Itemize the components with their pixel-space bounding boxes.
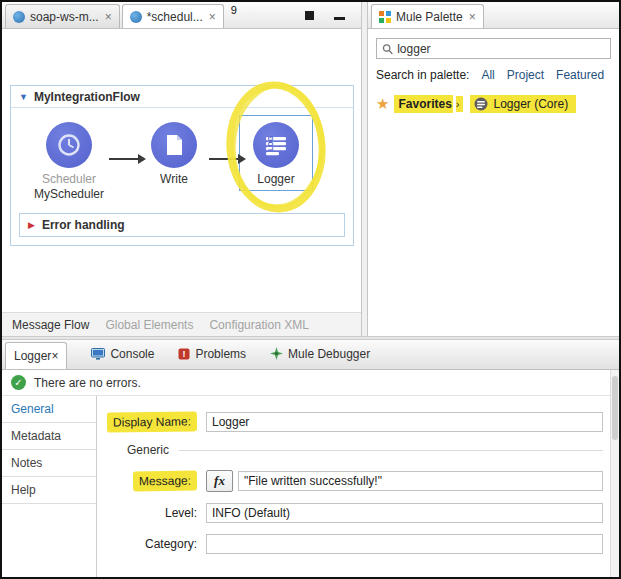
component-type-label: Logger	[257, 172, 294, 186]
editor-tab-label: soap-ws-m...	[30, 10, 99, 24]
component-write[interactable]: Write	[139, 122, 209, 186]
editor-tab-soap-ws[interactable]: soap-ws-m... ×	[5, 4, 120, 28]
favorites-label[interactable]: Favorites	[394, 95, 452, 113]
editor-tab-scheduler[interactable]: *schedul... ×	[122, 4, 224, 28]
message-row: Message: fx	[105, 470, 603, 492]
logger-properties-form: Display Name: Generic Message: fx Level:…	[97, 396, 619, 577]
debugger-icon	[270, 347, 283, 360]
top-area: soap-ws-m... × *schedul... × 9 ▼	[2, 2, 619, 336]
flow-arrow-icon	[109, 158, 139, 160]
flow-body: Scheduler MyScheduler Write	[11, 108, 353, 207]
scrollbar-thumb[interactable]	[612, 376, 618, 440]
component-logger-selected[interactable]: LOG Logger	[239, 115, 313, 191]
problems-label: Problems	[195, 347, 246, 361]
message-label: Message:	[105, 471, 197, 491]
flow-header[interactable]: ▼ MyIntegrationFlow	[11, 86, 353, 108]
chevron-right-icon[interactable]: ›	[456, 96, 464, 112]
write-icon[interactable]	[151, 122, 197, 168]
properties-tab-label: Logger	[14, 349, 51, 363]
console-icon	[91, 348, 105, 360]
level-dropdown[interactable]: INFO (Default)	[206, 503, 603, 523]
flow-arrow-icon	[209, 158, 239, 160]
tab-problems[interactable]: ! Problems	[178, 347, 246, 363]
close-icon[interactable]: ×	[469, 11, 476, 23]
minimize-icon[interactable]	[334, 17, 345, 20]
filter-project[interactable]: Project	[507, 68, 544, 82]
close-icon[interactable]: ×	[105, 11, 112, 23]
generic-section-header: Generic	[105, 443, 603, 457]
close-icon[interactable]: ×	[51, 349, 58, 363]
editor-tab-label: *schedul...	[147, 10, 203, 24]
status-row: ✓ There are no errors.	[2, 370, 619, 396]
error-handling-label: Error handling	[42, 218, 125, 232]
palette-tabbar: Mule Palette ×	[368, 2, 619, 29]
svg-text:LOG: LOG	[267, 135, 274, 151]
display-name-row: Display Name:	[105, 412, 603, 432]
display-name-label: Display Name:	[105, 412, 197, 432]
filter-featured[interactable]: Featured	[556, 68, 604, 82]
flow-canvas[interactable]: ▼ MyIntegrationFlow	[2, 29, 361, 312]
palette-tab-label: Mule Palette	[396, 10, 463, 24]
tab-global-elements[interactable]: Global Elements	[105, 318, 193, 332]
component-scheduler[interactable]: Scheduler MyScheduler	[29, 122, 109, 201]
sidebar-item-notes[interactable]: Notes	[2, 450, 96, 477]
mule-debugger-label: Mule Debugger	[288, 347, 370, 361]
problems-icon: !	[178, 348, 190, 360]
fx-expression-button[interactable]: fx	[206, 470, 233, 492]
palette-item-label: Logger (Core)	[493, 97, 568, 111]
level-value: INFO (Default)	[212, 506, 290, 520]
mule-palette-pane: Mule Palette × Search in palette: All Pr…	[367, 2, 619, 336]
properties-panel: Logger × Console ! Problems	[2, 340, 619, 577]
sidebar-item-help[interactable]: Help	[2, 477, 96, 504]
palette-item-logger-core[interactable]: Logger (Core)	[470, 95, 576, 113]
vertical-scrollbar[interactable]	[610, 370, 619, 577]
bottom-tabbar: Logger × Console ! Problems	[2, 340, 619, 370]
svg-text:!: !	[183, 349, 186, 359]
flow-container[interactable]: ▼ MyIntegrationFlow	[10, 85, 354, 246]
component-name-label: MyScheduler	[34, 187, 104, 201]
palette-body: Search in palette: All Project Featured …	[368, 29, 619, 113]
properties-sidebar: General Metadata Notes Help	[2, 396, 97, 577]
filter-all[interactable]: All	[481, 68, 494, 82]
collapse-right-icon[interactable]: ▶	[28, 220, 35, 230]
generic-section-label: Generic	[127, 443, 169, 457]
status-text: There are no errors.	[34, 376, 141, 390]
tab-mule-palette[interactable]: Mule Palette ×	[371, 4, 484, 28]
error-handling-section[interactable]: ▶ Error handling	[19, 213, 345, 237]
scheduler-icon[interactable]	[46, 122, 92, 168]
category-input[interactable]	[206, 534, 603, 554]
flow-title: MyIntegrationFlow	[34, 90, 140, 104]
tab-mule-debugger[interactable]: Mule Debugger	[270, 347, 370, 363]
message-input[interactable]	[238, 471, 603, 491]
tab-message-flow[interactable]: Message Flow	[12, 318, 89, 332]
palette-icon	[379, 11, 391, 23]
logger-icon[interactable]: LOG	[253, 122, 299, 168]
sidebar-item-metadata[interactable]: Metadata	[2, 423, 96, 450]
close-icon[interactable]: ×	[209, 11, 216, 23]
editor-tabbar: soap-ws-m... × *schedul... × 9	[2, 2, 361, 29]
category-label: Category:	[105, 537, 197, 551]
level-label: Level:	[105, 506, 197, 520]
tab-logger-properties[interactable]: Logger ×	[5, 342, 67, 369]
favorites-star-icon[interactable]: ★	[376, 95, 389, 113]
console-label: Console	[110, 347, 154, 361]
search-in-label: Search in palette:	[376, 68, 469, 82]
component-type-label: Write	[160, 172, 188, 186]
section-divider	[179, 450, 603, 451]
tab-console[interactable]: Console	[91, 347, 154, 363]
window-controls	[305, 11, 345, 20]
editor-pane: soap-ws-m... × *schedul... × 9 ▼	[2, 2, 362, 336]
category-row: Category:	[105, 534, 603, 554]
maximize-icon[interactable]	[305, 11, 314, 20]
tab-configuration-xml[interactable]: Configuration XML	[209, 318, 308, 332]
display-name-input[interactable]	[206, 412, 603, 432]
search-input[interactable]	[397, 42, 605, 56]
mule-file-icon	[13, 11, 25, 23]
search-icon	[382, 43, 393, 55]
sidebar-item-general[interactable]: General	[2, 396, 96, 423]
search-in-row: Search in palette: All Project Featured	[376, 68, 611, 82]
no-errors-check-icon: ✓	[11, 375, 26, 390]
collapse-arrow-icon[interactable]: ▼	[19, 92, 28, 102]
palette-search-box[interactable]	[376, 38, 611, 59]
mule-file-icon	[130, 11, 142, 23]
